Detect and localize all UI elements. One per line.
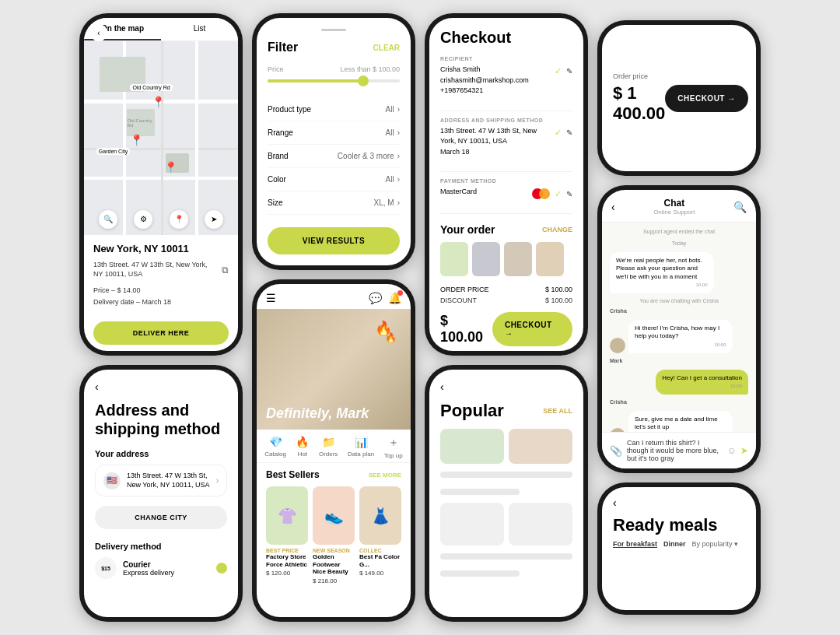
dataplan-icon: 📊 — [355, 436, 368, 448]
filter-row-size[interactable]: Size XL, M › — [268, 191, 400, 215]
notification-icon[interactable]: 🔔 — [388, 292, 401, 304]
delivery-method-label: Delivery method — [95, 542, 227, 551]
filter-map-button[interactable]: ⚙ — [134, 210, 152, 229]
your-address-label: Your address — [95, 449, 227, 458]
address-back-button[interactable]: ‹ — [95, 381, 227, 393]
product-card-2[interactable]: 👟 NEW SEASON Golden Footwear Nice Beauty… — [313, 486, 355, 584]
phone-chat: ‹ Chat Online Support 🔍 Support agent en… — [597, 185, 761, 473]
order-title: Your order — [440, 223, 495, 236]
nav-topup[interactable]: ＋ Top up — [384, 436, 403, 459]
total-price: $ 100.00 — [440, 313, 492, 346]
filter-row-rrange[interactable]: Rrange All › — [268, 121, 400, 145]
location-map-button[interactable]: 📍 — [170, 210, 188, 229]
shop-header-icons: 💬 🔔 — [369, 292, 401, 304]
phone-map: ‹ On the map List Old Country Rd — [79, 13, 243, 356]
courier-item[interactable]: $15 Courier Express delivery — [95, 557, 227, 579]
tab-dinner[interactable]: Dinner — [663, 540, 686, 548]
popular-placeholder-2 — [440, 489, 520, 495]
recipient-edit-icon[interactable]: ✎ — [566, 67, 572, 75]
popular-item-2[interactable] — [509, 429, 572, 464]
chat-search-icon[interactable]: 🔍 — [733, 201, 747, 213]
see-more-button[interactable]: SEE MORE — [369, 472, 401, 479]
popular-back-button[interactable]: ‹ — [440, 381, 572, 393]
order-price-amount: $ 1 400.00 — [613, 83, 665, 124]
change-city-button[interactable]: CHANGE CITY — [95, 506, 227, 529]
emoji-icon[interactable]: ☺ — [727, 445, 737, 456]
product-card-3[interactable]: 👗 COLLEC Best Fa Color G... $ 149.00 — [359, 486, 401, 584]
hero-banner: Definitely, Mark 🔥 🔥 — [257, 309, 411, 430]
map-back-button[interactable]: ‹ — [90, 24, 107, 41]
address-edit-icon[interactable]: ✎ — [566, 128, 572, 137]
chat-system-message: Support agent ended the chat — [610, 229, 748, 234]
map-pin-2[interactable]: 📍 — [130, 134, 143, 146]
chat-subtitle: Online Support — [653, 209, 695, 216]
tab-breakfast[interactable]: For breakfast — [613, 540, 657, 548]
tab-list[interactable]: List — [161, 18, 238, 40]
deliver-here-button[interactable]: DELIVER HERE — [93, 321, 229, 345]
navigate-map-button[interactable]: ➤ — [205, 210, 223, 229]
delivery-section: Delivery method $15 Courier Express deli… — [95, 542, 227, 579]
chat-back-button[interactable]: ‹ — [611, 201, 615, 213]
shop-header: ☰ 💬 🔔 — [257, 284, 411, 309]
copy-icon[interactable]: ⧉ — [222, 265, 229, 275]
order-price-info: Order price $ 1 400.00 — [613, 72, 665, 124]
filter-clear-button[interactable]: CLEAR — [373, 44, 400, 52]
message-icon[interactable]: 💬 — [369, 292, 382, 304]
order-thumb-2 — [472, 242, 500, 276]
order-thumbnails — [440, 242, 572, 276]
popular-title: Popular — [440, 401, 504, 421]
attach-icon[interactable]: 📎 — [610, 445, 622, 457]
order-price-screen: Order price $ 1 400.00 CHECKOUT → — [602, 25, 756, 171]
catalog-icon: 💎 — [269, 436, 282, 448]
tab-popularity[interactable]: By popularity ▾ — [692, 540, 739, 548]
popular-item-4[interactable] — [509, 503, 572, 546]
product-card-1[interactable]: 👚 BEST PRICE Factory Store Force Athleti… — [266, 486, 308, 584]
send-icon[interactable]: ➤ — [740, 445, 748, 456]
order-thumb-4 — [536, 242, 564, 276]
filter-slider-fill — [268, 79, 360, 82]
courier-price-circle: $15 — [95, 557, 117, 579]
filter-price-slider[interactable] — [268, 79, 400, 82]
filter-row-color[interactable]: Color All › — [268, 168, 400, 191]
ready-back-button[interactable]: ‹ — [613, 496, 745, 509]
recipient-actions: ✓ ✎ — [555, 65, 572, 76]
see-all-button[interactable]: SEE ALL — [543, 407, 572, 415]
nav-orders[interactable]: 📁 Orders — [319, 436, 338, 459]
view-results-button[interactable]: VIEW RESULTS — [268, 227, 400, 254]
payment-edit-icon[interactable]: ✎ — [566, 190, 572, 198]
popular-row-1 — [440, 429, 572, 464]
popular-grid — [440, 429, 572, 606]
map-pin-1[interactable]: 📍 — [152, 96, 165, 108]
search-map-button[interactable]: 🔍 — [99, 210, 117, 229]
chat-input[interactable]: Can I return this shirt? I though it wou… — [627, 439, 723, 462]
hot-icon: 🔥 — [296, 436, 309, 448]
nav-dataplan[interactable]: 📊 Data plan — [348, 436, 374, 459]
chat-sender-crisha-1: Crisha — [610, 308, 748, 314]
recipient-section: RECIPIENT Crisha Smith crishasmith@marks… — [440, 56, 572, 96]
filter-row-product-type[interactable]: Product type All › — [268, 98, 400, 121]
filter-price-label: Price — [268, 65, 284, 73]
address-item[interactable]: 🇺🇸 13th Street. 47 W 13th St, New York, … — [95, 465, 227, 496]
phone-address: ‹ Address andshipping method Your addres… — [79, 365, 243, 622]
orders-icon: 📁 — [322, 436, 335, 448]
discount-value: $ 100.00 — [545, 296, 572, 304]
hamburger-icon[interactable]: ☰ — [266, 292, 276, 304]
total-row: $ 100.00 CHECKOUT → — [440, 312, 572, 346]
nav-catalog[interactable]: 💎 Catalog — [264, 436, 286, 459]
phone-shop: ☰ 💬 🔔 Definitely, Mark 🔥 🔥 💎 — [252, 279, 415, 622]
popular-item-1[interactable] — [440, 429, 504, 464]
map-area[interactable]: Old Country Rd Old Country Rd Garden Cit… — [84, 41, 238, 235]
payment-info: MasterCard — [440, 187, 477, 198]
product-image-3: 👗 — [359, 486, 401, 545]
checkout-big-button[interactable]: CHECKOUT → — [665, 85, 747, 112]
filter-row-brand[interactable]: Brand Cooler & 3 more › — [268, 145, 400, 168]
address-actions: ✓ ✎ — [555, 126, 572, 138]
nav-hot[interactable]: 🔥 Hot — [296, 436, 309, 459]
chat-messages[interactable]: Support agent ended the chat Today We're… — [602, 223, 756, 432]
popular-item-3[interactable] — [440, 503, 504, 546]
filter-slider-thumb[interactable] — [358, 75, 369, 86]
map-pin-selected[interactable]: 📍 — [164, 161, 177, 174]
order-change-button[interactable]: CHANGE — [542, 226, 572, 233]
map-controls: 🔍 ⚙ 📍 ➤ — [84, 210, 238, 229]
checkout-button[interactable]: CHECKOUT → — [492, 312, 572, 346]
